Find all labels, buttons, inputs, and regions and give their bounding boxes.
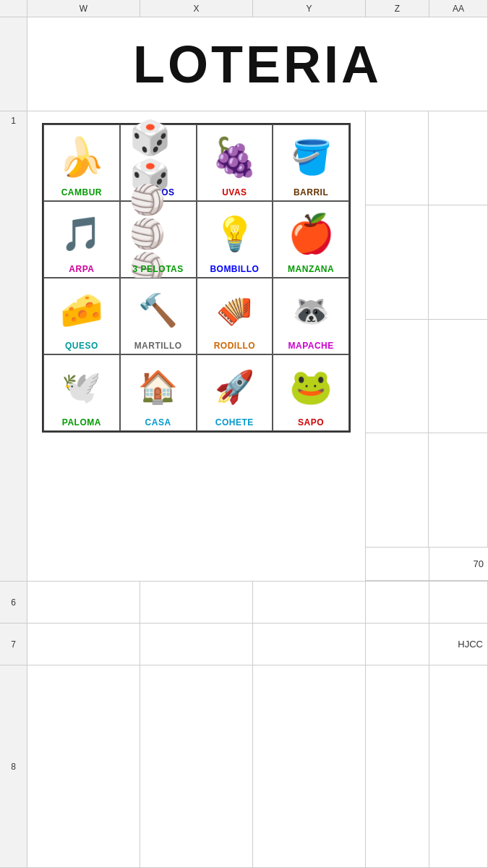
- row-num-8: 8: [0, 665, 27, 867]
- col-aa: AA: [429, 0, 488, 17]
- cell-aa5: 70: [429, 548, 488, 580]
- sapo-label: SAPO: [298, 417, 324, 427]
- card-uvas: 🍇 UVAS: [197, 124, 273, 201]
- 3pelotas-image: 🏐🏐🏐: [129, 205, 187, 263]
- cell-x6: [140, 582, 253, 623]
- casa-label: CASA: [145, 417, 171, 427]
- row-num-1: 1: [0, 111, 27, 581]
- row-7: 7 HJCC: [0, 624, 488, 665]
- card-paloma: 🕊️ PALOMA: [43, 354, 120, 431]
- paloma-label: PALOMA: [62, 417, 101, 427]
- manzana-label: MANZANA: [288, 264, 334, 274]
- cell-aa7: HJCC: [429, 624, 488, 665]
- spreadsheet: W X Y Z AA LOTERIA 1 🍌 CAMBUR 🎲🎲 DADOS: [0, 0, 488, 868]
- cell-aa6: [429, 582, 488, 623]
- cambur-image: 🍌: [53, 128, 111, 186]
- loteria-grid: 🍌 CAMBUR 🎲🎲 DADOS 🍇 UVAS 🪣 BARRIL: [42, 123, 351, 433]
- corner-cell: [0, 0, 27, 17]
- barril-label: BARRIL: [294, 187, 328, 197]
- uvas-image: 🍇: [205, 128, 263, 186]
- card-arpa: 🎵 ARPA: [43, 201, 120, 278]
- loteria-grid-row: 1 🍌 CAMBUR 🎲🎲 DADOS 🍇 UVAS 🪣 BA: [0, 111, 488, 582]
- card-manzana: 🍎 MANZANA: [273, 201, 349, 278]
- cell-z6: [366, 582, 429, 623]
- cohete-image: 🚀: [205, 358, 263, 416]
- card-martillo: 🔨 MARTILLO: [120, 278, 197, 354]
- card-bombillo: 💡 BOMBILLO: [197, 201, 273, 278]
- cell-y6: [253, 582, 366, 623]
- card-mapache: 🦝 MAPACHE: [273, 278, 349, 354]
- column-headers: W X Y Z AA: [0, 0, 488, 17]
- rodillo-image: 🪗: [205, 281, 263, 339]
- cell-w6: [27, 582, 140, 623]
- cell-z2: [366, 205, 488, 320]
- cell-y8: [253, 665, 366, 867]
- card-cambur: 🍌 CAMBUR: [43, 124, 120, 201]
- cell-z3: [366, 320, 488, 434]
- col-w: W: [27, 0, 140, 17]
- col-x: X: [140, 0, 253, 17]
- title-row: LOTERIA: [0, 17, 488, 111]
- 3pelotas-label: 3 PELOTAS: [132, 264, 183, 274]
- cambur-label: CAMBUR: [61, 187, 102, 197]
- row-num-7: 7: [0, 624, 27, 665]
- card-cohete: 🚀 COHETE: [197, 354, 273, 431]
- casa-image: 🏠: [129, 358, 187, 416]
- mapache-label: MAPACHE: [288, 341, 333, 351]
- cell-z1: [366, 111, 488, 205]
- row-num-0: [0, 17, 27, 111]
- card-sapo: 🐸 SAPO: [273, 354, 349, 431]
- title-cell: LOTERIA: [27, 17, 488, 111]
- row-num-6: 6: [0, 582, 27, 623]
- martillo-image: 🔨: [129, 281, 187, 339]
- queso-label: QUESO: [65, 341, 98, 351]
- cell-aa8: [429, 665, 488, 867]
- card-rodillo: 🪗 RODILLO: [197, 278, 273, 354]
- cell-z5: 70: [366, 548, 488, 581]
- cell-x7: [140, 624, 253, 665]
- cohete-label: COHETE: [215, 417, 254, 427]
- rodillo-label: RODILLO: [214, 341, 256, 351]
- cell-z8: [366, 665, 429, 867]
- manzana-image: 🍎: [282, 205, 340, 263]
- dados-image: 🎲🎲: [129, 128, 187, 186]
- cell-z7: [366, 624, 429, 665]
- row-6: 6: [0, 582, 488, 624]
- mapache-image: 🦝: [282, 281, 340, 339]
- arpa-image: 🎵: [53, 205, 111, 263]
- row-8: 8: [0, 665, 488, 868]
- cell-x8: [140, 665, 253, 867]
- queso-image: 🧀: [53, 281, 111, 339]
- card-queso: 🧀 QUESO: [43, 278, 120, 354]
- uvas-label: UVAS: [222, 187, 247, 197]
- col-y: Y: [253, 0, 366, 17]
- col-z: Z: [366, 0, 429, 17]
- card-barril: 🪣 BARRIL: [273, 124, 349, 201]
- card-casa: 🏠 CASA: [120, 354, 197, 431]
- cell-w8: [27, 665, 140, 867]
- page-title: LOTERIA: [133, 35, 382, 94]
- cell-y7: [253, 624, 366, 665]
- martillo-label: MARTILLO: [134, 341, 182, 351]
- sapo-image: 🐸: [282, 358, 340, 416]
- bombillo-image: 💡: [205, 205, 263, 263]
- arpa-label: ARPA: [69, 264, 94, 274]
- cell-w7: [27, 624, 140, 665]
- barril-image: 🪣: [282, 128, 340, 186]
- card-3pelotas: 🏐🏐🏐 3 PELOTAS: [120, 201, 197, 278]
- bombillo-label: BOMBILLO: [210, 264, 259, 274]
- paloma-image: 🕊️: [53, 358, 111, 416]
- cell-z4: [366, 433, 488, 548]
